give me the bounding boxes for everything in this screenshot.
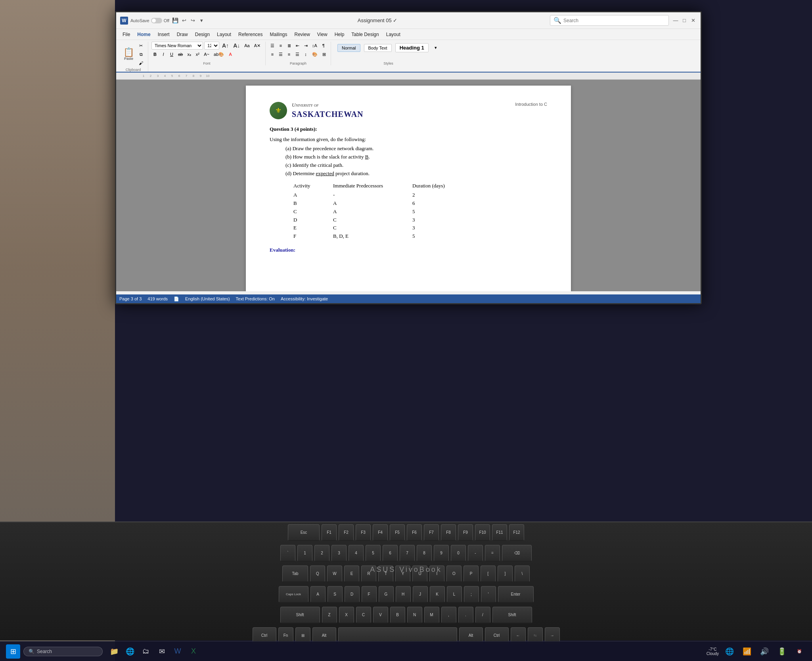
key-v[interactable]: V: [373, 607, 388, 623]
menu-table-design[interactable]: Table Design: [348, 31, 382, 38]
key-f8[interactable]: F8: [441, 524, 456, 541]
key-c[interactable]: C: [356, 607, 371, 623]
key-o[interactable]: O: [446, 565, 462, 582]
key-f[interactable]: F: [362, 586, 377, 603]
key-period[interactable]: .: [458, 607, 473, 623]
key-k[interactable]: K: [430, 586, 445, 603]
key-b[interactable]: B: [390, 607, 405, 623]
menu-references[interactable]: References: [235, 31, 266, 38]
show-marks-button[interactable]: ¶: [320, 42, 327, 50]
redo-icon[interactable]: ↪: [189, 17, 196, 24]
key-p[interactable]: P: [463, 565, 479, 582]
key-3[interactable]: 3: [331, 545, 347, 562]
strikethrough-button[interactable]: ab: [176, 50, 184, 58]
key-e[interactable]: E: [344, 565, 359, 582]
menu-draw[interactable]: Draw: [174, 31, 191, 38]
undo-icon[interactable]: ↩: [180, 17, 188, 24]
increase-indent-button[interactable]: ⇥: [302, 42, 309, 50]
key-f6[interactable]: F6: [407, 524, 422, 541]
style-heading1-button[interactable]: Heading 1: [395, 43, 429, 52]
key-f3[interactable]: F3: [356, 524, 371, 541]
change-case-button[interactable]: Aa: [243, 42, 251, 50]
format-painter-button[interactable]: 🖌: [137, 59, 145, 67]
key-x[interactable]: X: [339, 607, 354, 623]
line-spacing-button[interactable]: ↕: [302, 50, 309, 58]
taskbar-word-icon[interactable]: W: [171, 645, 184, 658]
key-minus[interactable]: -: [468, 545, 483, 562]
bullets-button[interactable]: ☰: [269, 42, 276, 50]
menu-help[interactable]: Help: [331, 31, 348, 38]
key-capslock[interactable]: Caps Lock: [279, 586, 308, 603]
menu-layout2[interactable]: Layout: [383, 31, 404, 38]
key-f10[interactable]: F10: [475, 524, 490, 541]
key-enter[interactable]: Enter: [498, 586, 534, 603]
paste-button[interactable]: 📋 Paste: [122, 47, 136, 61]
font-color-button[interactable]: A: [227, 50, 234, 58]
customize-icon[interactable]: ▾: [198, 17, 205, 24]
search-input[interactable]: [563, 18, 663, 23]
key-rbracket[interactable]: ]: [498, 565, 513, 582]
taskbar-explorer-icon[interactable]: 📁: [107, 645, 121, 658]
taskbar-battery-icon[interactable]: 🔋: [775, 645, 789, 658]
key-j[interactable]: J: [413, 586, 428, 603]
menu-view[interactable]: View: [314, 31, 331, 38]
clear-format-button[interactable]: A✕: [253, 42, 262, 50]
key-slash[interactable]: /: [475, 607, 490, 623]
key-z[interactable]: Z: [322, 607, 337, 623]
taskbar-excel-icon[interactable]: X: [187, 645, 200, 658]
key-f7[interactable]: F7: [424, 524, 439, 541]
shrink-font-button[interactable]: A↓: [232, 42, 241, 50]
key-1[interactable]: 1: [297, 545, 312, 562]
taskbar-folder-icon[interactable]: 🗂: [139, 645, 153, 658]
menu-insert[interactable]: Insert: [155, 31, 173, 38]
taskbar-mail-icon[interactable]: ✉: [155, 645, 169, 658]
menu-layout[interactable]: Layout: [214, 31, 234, 38]
align-left-button[interactable]: ≡: [269, 50, 276, 58]
key-9[interactable]: 9: [434, 545, 449, 562]
sort-button[interactable]: ↕A: [310, 42, 319, 50]
key-q[interactable]: Q: [310, 565, 325, 582]
minimize-icon[interactable]: —: [672, 17, 679, 24]
taskbar-edge-icon[interactable]: 🌐: [123, 645, 137, 658]
key-n[interactable]: N: [407, 607, 422, 623]
key-shift-left[interactable]: Shift: [280, 607, 320, 623]
key-s[interactable]: S: [327, 586, 343, 603]
close-icon[interactable]: ✕: [689, 17, 697, 24]
underline-button[interactable]: U: [168, 50, 175, 58]
key-2[interactable]: 2: [314, 545, 329, 562]
windows-start-button[interactable]: ⊞: [6, 644, 20, 659]
key-f11[interactable]: F11: [492, 524, 507, 541]
autosave-toggle[interactable]: [151, 18, 162, 23]
key-f5[interactable]: F5: [390, 524, 405, 541]
key-a[interactable]: A: [310, 586, 326, 603]
key-l[interactable]: L: [447, 586, 462, 603]
key-quote[interactable]: ': [481, 586, 496, 603]
taskbar-clock[interactable]: ⏰: [793, 645, 806, 658]
key-backtick[interactable]: `: [280, 545, 295, 562]
key-equals[interactable]: =: [485, 545, 500, 562]
key-g[interactable]: G: [379, 586, 394, 603]
justify-button[interactable]: ☰: [294, 50, 301, 58]
bold-button[interactable]: B: [151, 50, 159, 58]
align-right-button[interactable]: ≡: [285, 50, 293, 58]
key-h[interactable]: H: [396, 586, 411, 603]
decrease-indent-button[interactable]: ⇤: [294, 42, 301, 50]
menu-home[interactable]: Home: [134, 31, 153, 38]
taskbar-language-icon[interactable]: 🌐: [723, 645, 736, 658]
key-7[interactable]: 7: [400, 545, 415, 562]
key-f12[interactable]: F12: [509, 524, 524, 541]
save-icon[interactable]: 💾: [172, 17, 179, 24]
shading-button[interactable]: 🎨: [310, 50, 319, 58]
borders-button[interactable]: ⊞: [320, 50, 327, 58]
key-f1[interactable]: F1: [322, 524, 337, 541]
styles-more-button[interactable]: ▾: [432, 44, 439, 52]
menu-review[interactable]: Review: [291, 31, 313, 38]
copy-button[interactable]: ⧉: [137, 50, 145, 58]
key-4[interactable]: 4: [349, 545, 364, 562]
key-6[interactable]: 6: [383, 545, 398, 562]
multilevel-list-button[interactable]: ≣: [285, 42, 293, 50]
font-size-select[interactable]: 12: [204, 42, 219, 50]
key-f4[interactable]: F4: [373, 524, 388, 541]
cut-button[interactable]: ✂: [137, 42, 145, 50]
key-8[interactable]: 8: [417, 545, 432, 562]
